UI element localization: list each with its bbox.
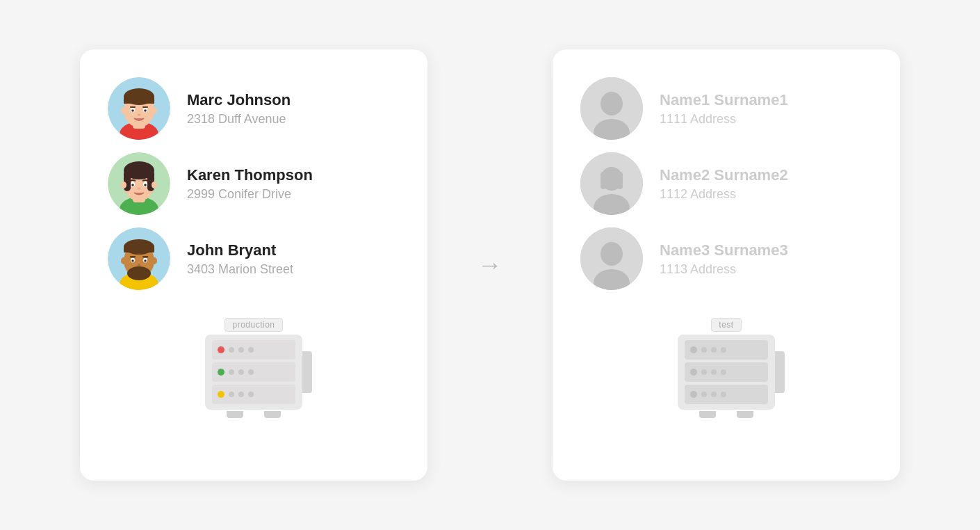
svg-point-25 [144, 184, 147, 186]
svg-point-45 [152, 257, 157, 264]
dot [721, 347, 726, 353]
server-unit [685, 362, 768, 382]
main-container: Marc Johnson 2318 Duff Avenue [80, 49, 900, 481]
dot [711, 392, 717, 397]
svg-point-28 [152, 182, 157, 188]
person-name: John Bryant [187, 241, 293, 261]
person-info: Marc Johnson 2318 Duff Avenue [187, 90, 291, 127]
person-name: Name1 Surname1 [660, 90, 788, 111]
server-rack [205, 335, 302, 410]
svg-point-55 [601, 242, 623, 266]
avatar-placeholder [580, 152, 643, 215]
server-unit [212, 385, 295, 404]
arrow-icon: → [477, 250, 503, 280]
list-item: Karen Thompson 2999 Conifer Drive [108, 152, 400, 215]
svg-rect-5 [124, 97, 154, 104]
led-green-icon [218, 369, 224, 376]
dot [229, 369, 234, 375]
list-item: John Bryant 3403 Marion Street [108, 227, 400, 290]
dot [238, 347, 244, 353]
svg-point-47 [601, 92, 623, 115]
dot [721, 392, 726, 397]
svg-point-27 [121, 182, 126, 188]
avatar-placeholder [580, 77, 643, 140]
dot [238, 369, 244, 375]
server-stack: production [205, 318, 302, 418]
server-area-test: test [580, 318, 872, 418]
led-gray-icon [690, 346, 697, 353]
server-feet [699, 411, 753, 418]
led-red-icon [218, 346, 224, 353]
svg-point-38 [131, 259, 134, 262]
svg-point-26 [138, 188, 140, 190]
person-name: Name2 Surname2 [660, 166, 788, 186]
dot [701, 369, 707, 375]
person-address: 1111 Address [660, 112, 788, 127]
server-feet [227, 411, 281, 418]
server-rack [678, 335, 775, 410]
svg-point-24 [131, 184, 134, 186]
svg-point-12 [138, 114, 141, 116]
svg-point-13 [121, 107, 126, 114]
svg-rect-41 [142, 256, 148, 258]
person-name: Marc Johnson [187, 90, 291, 111]
server-stack: test [678, 318, 775, 418]
server-foot [264, 411, 281, 418]
right-person-list: Name1 Surname1 1111 Address [580, 77, 872, 290]
person-info: Name2 Surname2 1112 Address [660, 166, 788, 202]
list-item: Name1 Surname1 1111 Address [580, 77, 872, 140]
svg-point-43 [134, 267, 144, 271]
server-label: production [224, 318, 282, 332]
arrow-container: → [469, 250, 511, 280]
avatar-placeholder [580, 227, 643, 290]
dot [248, 369, 254, 375]
server-foot [227, 411, 243, 418]
person-address: 3403 Marion Street [187, 262, 293, 277]
list-item: Marc Johnson 2318 Duff Avenue [108, 77, 400, 140]
server-unit [685, 340, 768, 360]
dot [721, 369, 726, 375]
led-yellow-icon [218, 391, 224, 398]
person-info: Karen Thompson 2999 Conifer Drive [187, 166, 313, 202]
avatar [108, 152, 170, 215]
svg-point-14 [152, 107, 157, 114]
person-address: 2999 Conifer Drive [187, 187, 313, 202]
dot [248, 392, 254, 397]
server-label: test [711, 318, 741, 332]
server-area-production: production [108, 318, 400, 418]
dot [711, 369, 717, 375]
dot [229, 347, 234, 353]
left-card: Marc Johnson 2318 Duff Avenue [80, 49, 427, 481]
dot [229, 392, 234, 397]
svg-rect-52 [617, 172, 623, 189]
svg-point-9 [144, 109, 147, 112]
dot [701, 392, 707, 397]
person-name: Karen Thompson [187, 166, 313, 186]
led-gray-icon [690, 369, 697, 376]
person-address: 1113 Address [660, 262, 788, 277]
dot [238, 392, 244, 397]
person-info: Name3 Surname3 1113 Address [660, 241, 788, 277]
svg-rect-34 [124, 247, 154, 252]
svg-rect-51 [601, 172, 606, 189]
dot [701, 347, 707, 353]
person-address: 1112 Address [660, 187, 788, 202]
svg-point-44 [121, 257, 126, 264]
person-name: Name3 Surname3 [660, 241, 788, 261]
dot [248, 347, 254, 353]
person-info: John Bryant 3403 Marion Street [187, 241, 293, 277]
server-foot [737, 411, 753, 418]
svg-rect-10 [130, 106, 136, 108]
server-foot [699, 411, 716, 418]
server-unit [212, 340, 295, 360]
avatar [108, 77, 170, 140]
server-unit [212, 362, 295, 382]
svg-point-42 [138, 264, 141, 266]
person-info: Name1 Surname1 1111 Address [660, 90, 788, 127]
svg-point-8 [131, 109, 134, 112]
person-address: 2318 Duff Avenue [187, 112, 291, 127]
svg-rect-40 [130, 256, 136, 258]
svg-rect-11 [142, 106, 148, 108]
right-card: Name1 Surname1 1111 Address [553, 49, 900, 481]
left-person-list: Marc Johnson 2318 Duff Avenue [108, 77, 400, 290]
